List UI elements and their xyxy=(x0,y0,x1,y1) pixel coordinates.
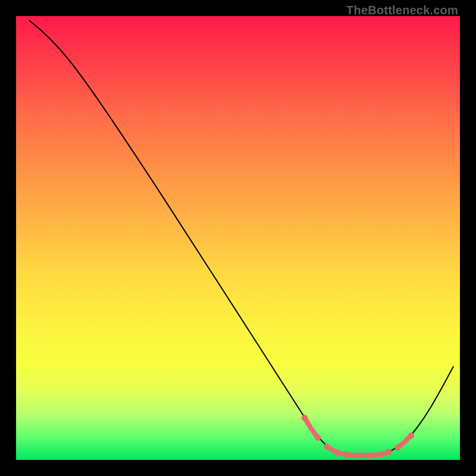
accent-dot xyxy=(302,415,308,421)
accent-dot xyxy=(344,452,350,458)
accent-dot xyxy=(408,433,414,439)
bottleneck-curve xyxy=(29,20,453,455)
accent-dot xyxy=(377,452,383,458)
chart-svg xyxy=(16,16,460,460)
accent-dot xyxy=(386,449,392,455)
accent-dot xyxy=(315,435,321,441)
plot-area xyxy=(16,16,460,460)
attribution-text: TheBottleneck.com xyxy=(346,4,458,17)
accent-dot xyxy=(333,449,339,455)
accent-segment xyxy=(305,418,318,438)
accent-dot xyxy=(324,443,330,449)
accent-dot xyxy=(355,452,361,458)
accent-dot xyxy=(366,452,372,458)
chart-frame: TheBottleneck.com xyxy=(0,0,476,476)
accent-dot xyxy=(394,444,400,450)
accent-markers xyxy=(302,415,414,459)
